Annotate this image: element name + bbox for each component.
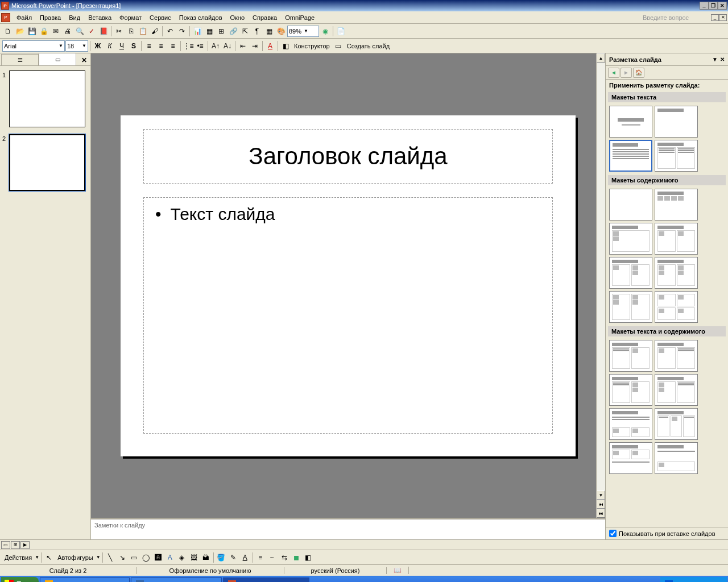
bold-icon[interactable]: Ж	[92, 40, 104, 52]
open-icon[interactable]: 📂	[14, 26, 26, 37]
menu-window[interactable]: Окно	[226, 13, 249, 22]
scroll-up-icon[interactable]: ▲	[597, 53, 605, 63]
back-icon[interactable]: ◄	[608, 68, 619, 78]
line-color-icon[interactable]: ✎	[228, 552, 239, 563]
layout-tc-8[interactable]	[655, 442, 698, 474]
color-icon[interactable]: 🎨	[275, 26, 287, 37]
shadow-style-icon[interactable]: ◼	[291, 552, 302, 563]
layout-content-5[interactable]	[655, 257, 698, 289]
layout-content-3[interactable]	[655, 223, 698, 255]
close-panel-button[interactable]: ✕	[78, 55, 90, 65]
diagram-icon[interactable]: ◈	[176, 552, 188, 563]
start-button[interactable]: Пуск	[1, 577, 39, 582]
dash-style-icon[interactable]: ┈	[267, 552, 278, 563]
tables-borders-icon[interactable]: ⊞	[216, 26, 227, 37]
layout-content[interactable]	[655, 189, 698, 221]
line-icon[interactable]: ╲	[105, 552, 116, 563]
layout-content-4[interactable]	[609, 257, 652, 289]
chart-icon[interactable]: 📊	[192, 26, 203, 37]
layout-tc-2[interactable]	[655, 340, 698, 372]
notes-pane[interactable]: Заметки к слайду	[91, 518, 605, 539]
autoshapes-menu[interactable]: Автофигуры	[55, 554, 96, 561]
save-icon[interactable]: 💾	[26, 26, 38, 37]
rectangle-icon[interactable]: ▭	[129, 552, 140, 563]
copy-icon[interactable]: ⎘	[125, 26, 136, 37]
menu-help[interactable]: Справка	[249, 13, 281, 22]
constructor-button[interactable]: Конструктор	[292, 43, 332, 49]
menu-format[interactable]: Формат	[115, 13, 146, 22]
control-icon[interactable]: P	[1, 13, 10, 22]
menu-omnipage[interactable]: OmniPage	[281, 13, 318, 22]
shadow-icon[interactable]: S	[128, 40, 139, 52]
minimize-button[interactable]: _	[700, 2, 709, 10]
layout-blank[interactable]	[609, 189, 652, 221]
pane-close-icon[interactable]: ✕	[720, 56, 725, 63]
grid-icon[interactable]: ▦	[263, 26, 275, 37]
menu-insert[interactable]: Вставка	[84, 13, 115, 22]
close-button[interactable]: ✕	[718, 2, 727, 10]
new-icon[interactable]: 🗋	[2, 26, 14, 37]
layout-content-2[interactable]	[609, 223, 652, 255]
bullets-icon[interactable]: •≡	[195, 40, 206, 52]
menu-tools[interactable]: Сервис	[146, 13, 175, 22]
layout-title-slide[interactable]	[609, 106, 652, 138]
show-formatting-icon[interactable]: ¶	[251, 26, 263, 37]
permission-icon[interactable]: 🔒	[38, 26, 49, 37]
layout-tc-5[interactable]	[609, 408, 652, 440]
menu-slideshow[interactable]: Показ слайдов	[175, 13, 226, 22]
taskbar-item[interactable]: Проигрыватель Windo...	[40, 577, 130, 582]
layout-title-only[interactable]	[655, 106, 698, 138]
3d-style-icon[interactable]: ◧	[303, 552, 314, 563]
design-icon[interactable]: ◧	[280, 40, 291, 52]
decrease-indent-icon[interactable]: ⇤	[237, 40, 249, 52]
restore-button[interactable]: ❐	[709, 2, 718, 10]
menu-view[interactable]: Вид	[65, 13, 84, 22]
numbering-icon[interactable]: ⋮≡	[183, 40, 194, 52]
slideshow-view-icon[interactable]: ▶	[20, 541, 30, 549]
pane-dropdown-icon[interactable]: ▼	[712, 56, 718, 63]
status-language[interactable]: русский (Россия)	[284, 567, 387, 574]
help-icon[interactable]: ◉	[320, 26, 331, 37]
home-icon[interactable]: 🏠	[633, 68, 644, 78]
arrow-style-icon[interactable]: ⇆	[279, 552, 290, 563]
expand-icon[interactable]: ⇱	[239, 26, 251, 37]
research-icon[interactable]: 📕	[98, 26, 109, 37]
new-slide-button[interactable]: Создать слайд	[345, 43, 392, 49]
decrease-font-icon[interactable]: A↓	[222, 40, 233, 52]
zoom-combo[interactable]: 89%▼	[287, 26, 319, 37]
align-left-icon[interactable]: ≡	[143, 40, 155, 52]
arrow-icon[interactable]: ↘	[117, 552, 128, 563]
layout-tc-4[interactable]	[655, 374, 698, 406]
wordart-icon[interactable]: A	[164, 552, 176, 563]
paste-icon[interactable]: 📋	[137, 26, 148, 37]
menu-edit[interactable]: Правка	[36, 13, 65, 22]
font-color-draw-icon[interactable]: A	[239, 552, 251, 563]
layout-two-column[interactable]	[655, 140, 698, 172]
increase-font-icon[interactable]: A↑	[210, 40, 221, 52]
omnipage-icon[interactable]: 📄	[335, 26, 346, 37]
next-slide-icon[interactable]: ⏭	[597, 509, 605, 518]
doc-close[interactable]: ✕	[719, 14, 727, 21]
layout-content-6[interactable]	[609, 291, 652, 323]
doc-minimize[interactable]: _	[711, 14, 719, 21]
content-placeholder[interactable]: Текст слайда	[143, 197, 553, 434]
hyperlink-icon[interactable]: 🔗	[228, 26, 239, 37]
email-icon[interactable]: ✉	[50, 26, 61, 37]
slide-thumb-2[interactable]	[9, 134, 85, 191]
undo-icon[interactable]: ↶	[164, 26, 176, 37]
layout-tc-6[interactable]	[655, 408, 698, 440]
taskbar-item[interactable]: Microsoft PowerPoint - М...	[131, 577, 222, 582]
font-size-combo[interactable]: 18▼	[65, 40, 88, 52]
forward-icon[interactable]: ►	[621, 68, 632, 78]
increase-indent-icon[interactable]: ⇥	[249, 40, 260, 52]
redo-icon[interactable]: ↷	[176, 26, 188, 37]
align-center-icon[interactable]: ≡	[155, 40, 167, 52]
normal-view-icon[interactable]: ▭	[1, 541, 10, 549]
scroll-down-icon[interactable]: ▼	[597, 490, 605, 500]
slide-canvas[interactable]: Заголовок слайда Текст слайда	[121, 115, 576, 456]
print-icon[interactable]: 🖨	[62, 26, 73, 37]
slides-tab[interactable]: ▭	[39, 53, 76, 65]
underline-icon[interactable]: Ч	[116, 40, 127, 52]
italic-icon[interactable]: К	[104, 40, 115, 52]
layout-tc-3[interactable]	[609, 374, 652, 406]
